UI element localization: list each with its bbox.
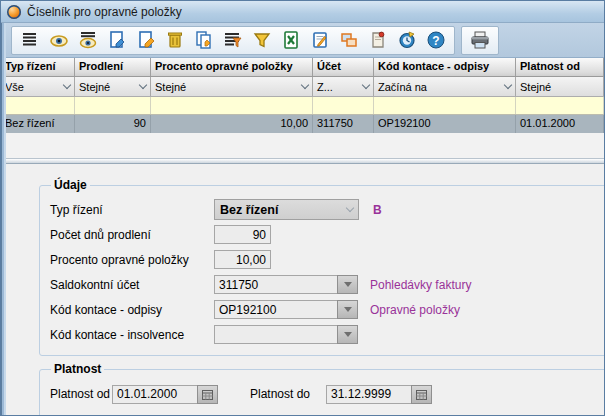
typ-rizeni-label: Typ řízení: [50, 203, 214, 217]
cell-platnost-od[interactable]: 01.01.2000: [516, 115, 604, 133]
field-row-kontace-odpisy: Kód kontace - odpisy Opravné položky: [50, 299, 601, 320]
edit-record-icon[interactable]: [133, 28, 159, 53]
arrow-down-icon: [344, 332, 352, 337]
column-header-prodleni[interactable]: Prodlení: [75, 58, 151, 76]
filter-icon[interactable]: [249, 28, 275, 53]
filter-op-ucet[interactable]: Z...: [313, 77, 374, 96]
filter-op-prodleni[interactable]: Stejné: [75, 77, 151, 96]
procento-label: Procento opravné položky: [50, 253, 214, 267]
cell-prodleni[interactable]: 90: [75, 115, 151, 133]
cell-ucet[interactable]: 311750: [313, 115, 374, 133]
platnost-od-calendar-button[interactable]: [197, 385, 218, 404]
chevron-down-icon: [346, 203, 354, 211]
platnost-do-label: Platnost do: [250, 387, 326, 401]
field-row-platnost: Platnost od Platnost do: [50, 383, 601, 405]
copy-record-icon[interactable]: [191, 28, 217, 53]
platnost-od-label: Platnost od: [50, 387, 112, 401]
filter-op-platnost-od[interactable]: Stejné: [516, 77, 604, 96]
filter-input-prodleni[interactable]: [75, 97, 151, 114]
pocet-dnu-label: Počet dnů prodlení: [50, 228, 214, 242]
arrow-down-icon: [344, 282, 352, 287]
column-header-ucet[interactable]: Účet: [313, 58, 374, 76]
saldokontni-ucet-lookup-button[interactable]: [337, 275, 358, 294]
view-record-icon[interactable]: [46, 28, 72, 53]
table-row-selected[interactable]: Bez řízení 90 10,00 311750 OP192100 01.0…: [1, 115, 604, 133]
saldokontni-ucet-field[interactable]: [214, 275, 338, 294]
column-header-kod-kontace[interactable]: Kód kontace - odpisy: [374, 58, 516, 76]
new-record-icon[interactable]: [104, 28, 130, 53]
chevron-down-icon: [362, 80, 370, 88]
grid-filter-input-row: [1, 97, 604, 115]
filter-op-procento[interactable]: Stejné: [151, 77, 313, 96]
transfer-record-icon[interactable]: [336, 28, 362, 53]
grid-rows-icon[interactable]: [17, 28, 43, 53]
typ-rizeni-value: Bez řízení: [220, 203, 278, 217]
filter-op-typ-rizeni[interactable]: Vše: [1, 77, 75, 96]
field-row-saldokontni-ucet: Saldokontní účet Pohledávky faktury: [50, 274, 601, 295]
chevron-down-icon: [139, 80, 147, 88]
filter-op-label: Stejné: [79, 81, 110, 93]
chevron-down-icon: [63, 80, 71, 88]
window-left-border: [1, 23, 6, 415]
filter-op-label: Začíná na: [378, 81, 427, 93]
grid-filter-row: Vše Stejné Stejné Z... Začíná na Stejné: [1, 77, 604, 97]
arrow-down-icon: [344, 307, 352, 312]
attachment-icon[interactable]: [365, 28, 391, 53]
filter-op-kod-kontace[interactable]: Začíná na: [374, 77, 516, 96]
group-udaje: Údaje Typ řízení Bez řízení B Počet dnů …: [39, 178, 605, 356]
platnost-od-field[interactable]: [112, 385, 198, 404]
notes-icon[interactable]: [307, 28, 333, 53]
svg-text:?: ?: [432, 34, 439, 48]
toolbar-strip: ?: [11, 26, 455, 55]
toolbar: ?: [1, 23, 604, 58]
calendar-icon: [202, 389, 213, 400]
column-header-typ-rizeni[interactable]: Typ řízení: [1, 58, 75, 76]
kontace-odpisy-field[interactable]: [214, 300, 338, 319]
platnost-do-field[interactable]: [326, 385, 412, 404]
delete-record-icon[interactable]: [162, 28, 188, 53]
filter-input-platnost-od[interactable]: [516, 97, 604, 114]
kontace-insolvence-field[interactable]: [214, 325, 338, 344]
column-header-procento[interactable]: Procento opravné položky: [151, 58, 313, 76]
cell-procento[interactable]: 10,00: [151, 115, 313, 133]
grid-header-row: Typ řízení Prodlení Procento opravné pol…: [1, 58, 604, 77]
filter-input-kod-kontace[interactable]: [374, 97, 516, 114]
column-header-platnost-od[interactable]: Platnost od: [516, 58, 604, 76]
kontace-odpisy-lookup-button[interactable]: [337, 300, 358, 319]
filter-input-typ-rizeni[interactable]: [1, 97, 75, 114]
filter-op-label: Stejné: [155, 81, 186, 93]
field-row-pocet-dnu: Počet dnů prodlení: [50, 224, 601, 245]
saldokontni-ucet-description: Pohledávky faktury: [370, 278, 471, 292]
typ-rizeni-suffix: B: [373, 203, 382, 217]
window-title: Číselník pro opravné položky: [27, 5, 182, 19]
field-row-typ-rizeni: Typ řízení Bez řízení B: [50, 199, 601, 220]
grid-empty-area: [1, 133, 604, 159]
kontace-insolvence-lookup-button[interactable]: [337, 325, 358, 344]
cell-kod-kontace[interactable]: OP192100: [374, 115, 516, 133]
group-platnost: Platnost Platnost od Platnost do: [39, 362, 605, 416]
field-row-procento: Procento opravné položky: [50, 249, 601, 270]
group-platnost-legend: Platnost: [51, 362, 104, 376]
app-icon: [7, 5, 21, 19]
print-strip: [461, 26, 499, 55]
print-icon[interactable]: [467, 28, 493, 53]
filter-rows-icon[interactable]: [220, 28, 246, 53]
platnost-do-calendar-button[interactable]: [411, 385, 432, 404]
filter-input-ucet[interactable]: [313, 97, 374, 114]
filter-op-label: Z...: [317, 81, 333, 93]
chevron-down-icon: [504, 80, 512, 88]
calendar-icon: [416, 389, 427, 400]
detail-form: Údaje Typ řízení Bez řízení B Počet dnů …: [1, 164, 604, 416]
app-window: Číselník pro opravné položky: [0, 0, 605, 416]
history-icon[interactable]: [394, 28, 420, 53]
cell-typ-rizeni[interactable]: Bez řízení: [1, 115, 75, 133]
typ-rizeni-combobox[interactable]: Bez řízení: [214, 199, 359, 220]
kontace-insolvence-label: Kód kontace - insolvence: [50, 328, 214, 342]
view-list-icon[interactable]: [75, 28, 101, 53]
export-excel-icon[interactable]: [278, 28, 304, 53]
procento-field[interactable]: [214, 250, 271, 269]
filter-input-procento[interactable]: [151, 97, 313, 114]
filter-op-label: Stejné: [520, 81, 551, 93]
help-icon[interactable]: ?: [423, 28, 449, 53]
pocet-dnu-field[interactable]: [214, 225, 271, 244]
